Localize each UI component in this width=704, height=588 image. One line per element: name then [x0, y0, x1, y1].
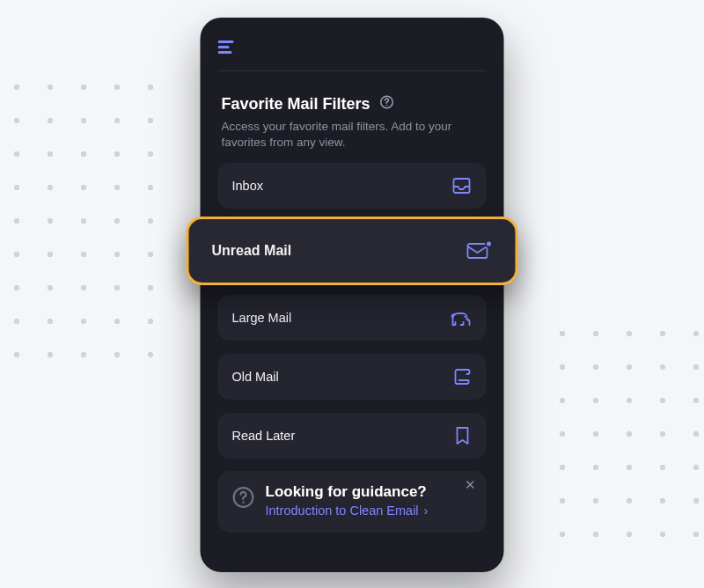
svg-point-10 — [242, 502, 244, 503]
scroll-icon — [451, 366, 473, 387]
filter-label: Unread Mail — [212, 243, 292, 259]
svg-rect-1 — [218, 46, 230, 48]
filter-item-inbox[interactable]: Inbox — [218, 163, 487, 209]
filter-item-large-mail[interactable]: Large Mail — [218, 295, 487, 341]
help-circle-icon — [232, 486, 255, 512]
app-panel: Favorite Mail Filters Access your favori… — [201, 18, 504, 572]
section-header: Favorite Mail Filters Access your favori… — [218, 94, 487, 151]
menu-icon[interactable] — [218, 40, 236, 55]
unread-mail-icon — [466, 239, 493, 262]
filter-item-unread[interactable]: Unread Mail — [187, 217, 518, 285]
svg-point-4 — [386, 105, 388, 107]
section-title: Favorite Mail Filters — [222, 95, 370, 114]
svg-rect-6 — [468, 244, 488, 258]
close-icon[interactable]: ✕ — [465, 478, 476, 491]
guidance-body: Looking for guidance? Introduction to Cl… — [266, 483, 430, 518]
filter-item-read-later[interactable]: Read Later — [218, 413, 487, 459]
filter-label: Large Mail — [232, 311, 292, 325]
guidance-card: ✕ Looking for guidance? Introduction to … — [218, 471, 487, 533]
guidance-link[interactable]: Introduction to Clean Email — [266, 503, 430, 518]
svg-rect-0 — [218, 40, 234, 43]
svg-point-7 — [486, 241, 492, 247]
guidance-title: Looking for guidance? — [266, 483, 430, 501]
svg-rect-2 — [218, 51, 232, 54]
top-bar — [218, 40, 487, 71]
inbox-icon — [451, 175, 473, 196]
filter-label: Old Mail — [232, 370, 279, 384]
filter-label: Inbox — [232, 179, 263, 193]
decorative-dots-left — [0, 70, 158, 361]
svg-point-8 — [464, 316, 466, 318]
section-subtitle: Access your favorite mail filters. Add t… — [222, 119, 483, 151]
help-icon[interactable] — [379, 94, 395, 114]
filter-label: Read Later — [232, 429, 296, 443]
elephant-icon — [450, 308, 473, 327]
filter-item-unread-wrap: Unread Mail — [218, 222, 487, 282]
decorative-dots-right — [546, 317, 704, 537]
bookmark-icon — [453, 425, 473, 446]
filter-list: Inbox Unread Mail — [218, 163, 487, 459]
svg-rect-5 — [454, 179, 470, 193]
filter-item-old-mail[interactable]: Old Mail — [218, 354, 487, 400]
